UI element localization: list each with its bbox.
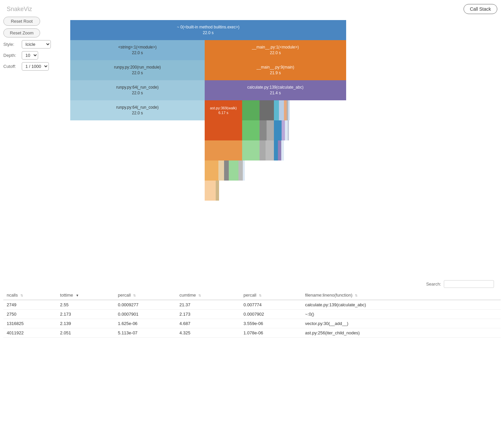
cell-label: ast.py:369(walk) — [210, 106, 237, 110]
cell-time: 22.0 s — [270, 50, 281, 56]
cell-tottime: 2.139 — [57, 319, 115, 328]
icicle-cell-exec[interactable]: ~ 0(<built-in method builtins.exec>) 22.… — [70, 20, 346, 40]
icicle-row-7[interactable] — [70, 140, 346, 160]
icicle-cell-r8-seg4[interactable] — [229, 160, 238, 181]
cell-percall: 0.0007901 — [115, 310, 176, 319]
icicle-cell-r7-seg1[interactable] — [205, 140, 242, 160]
call-stack-button[interactable]: Call Stack — [464, 4, 497, 14]
cell-cumtime: 21.37 — [176, 300, 240, 310]
table-row[interactable]: 2749 2.55 0.0009277 21.37 0.007774 calcu… — [3, 300, 501, 310]
icicle-row-4[interactable]: runpy.py:64(_run_code) 22.0 s calculate.… — [70, 80, 346, 100]
cell-percall2: 1.078e-06 — [240, 328, 302, 338]
icicle-cell-r9-seg1[interactable] — [205, 181, 216, 201]
cell-time: 22.0 s — [132, 70, 143, 76]
icicle-cell-runcode-2[interactable]: runpy.py:64(_run_code) 22.0 s — [70, 100, 205, 120]
col-label-cumtime: cumtime — [180, 293, 196, 298]
table-row[interactable]: 1316825 2.139 1.625e-06 4.687 3.559e-06 … — [3, 319, 501, 328]
cell-func: vector.py:30(__add__) — [302, 319, 501, 328]
cell-label: runpy.py:64(_run_code) — [116, 105, 159, 110]
sort-icon-ncalls: ⇅ — [20, 294, 23, 297]
icicle-cell-gap-8 — [70, 160, 205, 181]
cell-ncalls: 1316825 — [3, 319, 57, 328]
icicle-cell-r6-seg6[interactable] — [282, 120, 285, 140]
icicle-cell-r6-seg5[interactable] — [274, 120, 282, 140]
icicle-cell-seg4[interactable] — [274, 100, 279, 120]
icicle-cell-main[interactable]: __main__.py:9(main) 21.9 s — [205, 60, 346, 80]
col-header-ncalls[interactable]: ncalls ⇅ — [3, 291, 57, 300]
icicle-cell-seg2[interactable] — [242, 100, 260, 120]
cell-percall: 5.113e-07 — [115, 328, 176, 338]
icicle-cell-main-module[interactable]: __main__.py:1(<module>) 22.0 s — [205, 40, 346, 60]
icicle-cell-r8-seg6[interactable] — [243, 160, 245, 181]
col-label-tottime: tottime — [60, 293, 73, 298]
icicle-row-8[interactable] — [70, 160, 346, 181]
reset-zoom-button[interactable]: Reset Zoom — [3, 28, 40, 37]
app-logo: SnakeViz — [7, 6, 32, 13]
icicle-cell-seg8[interactable] — [288, 100, 290, 120]
icicle-cell-r6-seg3[interactable] — [260, 120, 267, 140]
cell-time: 22.0 s — [132, 50, 143, 56]
icicle-cell-r8-seg5[interactable] — [238, 160, 242, 181]
table-row[interactable]: 4011922 2.051 5.113e-07 4.325 1.078e-06 … — [3, 328, 501, 338]
icicle-cell-r7-seg4[interactable] — [266, 140, 274, 160]
icicle-cell-r7-seg2[interactable] — [242, 140, 260, 160]
style-select[interactable]: Icicle Sunburst — [22, 40, 51, 48]
icicle-cell-r6-seg8[interactable] — [288, 120, 289, 140]
table-row[interactable]: 2750 2.173 0.0007901 2.173 0.0007902 ~:0… — [3, 310, 501, 319]
col-header-percall2[interactable]: percall ⇅ — [240, 291, 302, 300]
cell-cumtime: 2.173 — [176, 310, 240, 319]
icicle-row-5[interactable]: runpy.py:64(_run_code) 22.0 s ast.py:369… — [70, 100, 346, 120]
icicle-cell-r7-seg3[interactable] — [260, 140, 266, 160]
icicle-cell-r8-seg3[interactable] — [224, 160, 229, 181]
icicle-cell-runcode-1[interactable]: runpy.py:64(_run_code) 22.0 s — [70, 80, 205, 100]
icicle-cell-seg5[interactable] — [279, 100, 284, 120]
cell-time: 22.0 s — [132, 90, 143, 96]
icicle-cell-r8-seg1[interactable] — [205, 160, 218, 181]
col-label-ncalls: ncalls — [7, 293, 18, 298]
icicle-cell-runmodule[interactable]: runpy.py:200(run_module) 22.0 s — [70, 60, 205, 80]
icicle-cell-r7-seg5[interactable] — [274, 140, 278, 160]
icicle-cell-r9-seg2[interactable] — [216, 181, 219, 201]
cell-percall2: 3.559e-06 — [240, 319, 302, 328]
icicle-cell-r6-seg4[interactable] — [267, 120, 274, 140]
icicle-row-1[interactable]: ~ 0(<built-in method builtins.exec>) 22.… — [70, 20, 346, 40]
icicle-cell-seg3[interactable] — [260, 100, 274, 120]
icicle-cell-gap-7 — [70, 140, 205, 160]
icicle-cell-r7-seg6[interactable] — [278, 140, 281, 160]
search-input[interactable] — [444, 280, 494, 288]
icicle-cell-walk[interactable]: ast.py:369(walk) 6.17 s — [205, 100, 242, 120]
icicle-cell-string-module[interactable]: <string>:1(<module>) 22.0 s — [70, 40, 205, 60]
cell-label: __main__.py:1(<module>) — [252, 44, 299, 50]
icicle-row-2[interactable]: <string>:1(<module>) 22.0 s __main__.py:… — [70, 40, 346, 60]
col-header-percall[interactable]: percall ⇅ — [115, 291, 176, 300]
reset-root-button[interactable]: Reset Root — [3, 17, 40, 26]
cell-tottime: 2.051 — [57, 328, 115, 338]
icicle-row-3[interactable]: runpy.py:200(run_module) 22.0 s __main__… — [70, 60, 346, 80]
cell-label: <string>:1(<module>) — [118, 44, 157, 50]
icicle-cell-r6-seg2[interactable] — [242, 120, 260, 140]
cell-percall2: 0.0007902 — [240, 310, 302, 319]
depth-select[interactable]: 1234 5678 910 — [22, 51, 38, 60]
cell-time: 6.17 s — [218, 110, 228, 115]
icicle-row-6[interactable] — [70, 120, 346, 140]
cell-percall: 1.625e-06 — [115, 319, 176, 328]
icicle-cell-seg6[interactable] — [284, 100, 287, 120]
col-header-tottime[interactable]: tottime ▼ — [57, 291, 115, 300]
cutoff-select[interactable]: 1 / 1000 1 / 500 1 / 100 1 / 50 — [22, 62, 49, 71]
cell-func: ~:0() — [302, 310, 501, 319]
icicle-cell-r6-seg7[interactable] — [285, 120, 288, 140]
icicle-cell-calculate-abc[interactable]: calculate.py:139(calculate_abc) 21.4 s — [205, 80, 346, 100]
col-label-percall2: percall — [243, 293, 256, 298]
col-header-cumtime[interactable]: cumtime ⇅ — [176, 291, 240, 300]
col-header-func[interactable]: filename:lineno(function) ⇅ — [302, 291, 501, 300]
icicle-cell-r8-seg2[interactable] — [218, 160, 224, 181]
icicle-row-9[interactable] — [70, 181, 346, 201]
style-label: Style: — [3, 42, 22, 47]
depth-label: Depth: — [3, 53, 22, 58]
cell-percall: 0.0009277 — [115, 300, 176, 310]
icicle-cell-r7-seg7[interactable] — [281, 140, 284, 160]
icicle-cell-r6-seg1[interactable] — [205, 120, 242, 140]
cell-ncalls: 4011922 — [3, 328, 57, 338]
cell-label: ~ 0(<built-in method builtins.exec>) — [177, 24, 239, 30]
icicle-chart: ~ 0(<built-in method builtins.exec>) 22.… — [70, 20, 346, 201]
